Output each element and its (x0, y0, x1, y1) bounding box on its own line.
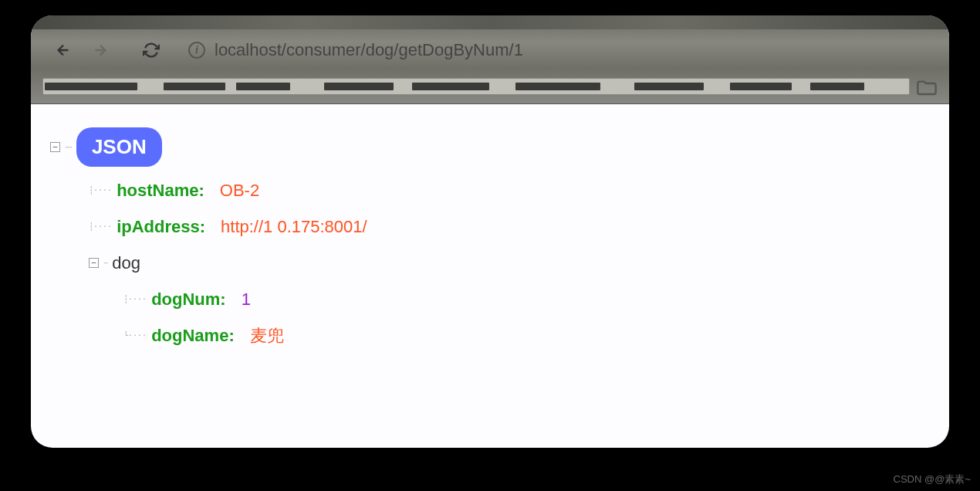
tree-connector: ··· (103, 257, 107, 269)
json-key: ipAddress (117, 214, 200, 239)
tree-connector: └···· (123, 330, 151, 341)
bookmark-row (31, 71, 949, 102)
json-value-number: 1 (242, 286, 251, 312)
bookmark-folder-icon[interactable] (916, 78, 938, 95)
json-key: hostName (117, 178, 198, 203)
bookmark-bar[interactable] (42, 78, 910, 95)
json-root-badge: JSON (76, 127, 162, 167)
json-property-hostname: ┆···· hostName : OB-2 (89, 178, 930, 203)
watermark: CSDN @@素素~ (894, 472, 971, 486)
reload-button[interactable] (142, 41, 161, 59)
tree-connector: ┆···· (123, 293, 151, 305)
json-colon: : (200, 214, 205, 239)
json-object-label: dog (112, 250, 140, 276)
forward-button[interactable] (91, 41, 110, 59)
json-colon: : (228, 323, 234, 348)
json-object-dog: − ··· dog (89, 250, 930, 276)
navigation-row: i localhost/consumer/dog/getDogByNum/1 (31, 29, 949, 71)
tree-connector: ┆···· (89, 221, 117, 232)
address-bar[interactable]: i localhost/consumer/dog/getDogByNum/1 (188, 40, 523, 60)
collapse-icon[interactable]: − (50, 142, 60, 152)
json-property-dognum: ┆···· dogNum : 1 (123, 286, 930, 312)
browser-window: i localhost/consumer/dog/getDogByNum/1 (31, 15, 949, 448)
browser-toolbar: i localhost/consumer/dog/getDogByNum/1 (31, 15, 949, 104)
json-colon: : (220, 286, 225, 312)
site-info-icon[interactable]: i (188, 42, 205, 59)
tree-connector: ····· (65, 141, 72, 153)
json-colon: : (198, 178, 204, 203)
json-value-string: http://1 0.175:8001/ (221, 214, 367, 239)
json-root-node: − ····· JSON (50, 127, 930, 167)
json-key: dogNum (151, 286, 220, 312)
page-content: − ····· JSON ┆···· hostName : OB-2 ┆····… (31, 104, 949, 382)
url-text: localhost/consumer/dog/getDogByNum/1 (215, 40, 523, 60)
collapse-icon[interactable]: − (89, 258, 99, 268)
tree-connector: ┆···· (89, 185, 117, 196)
tab-strip (31, 15, 949, 29)
json-property-ipaddress: ┆···· ipAddress : http://1 0.175:8001/ (89, 214, 930, 239)
json-property-dogname: └···· dogName : 麦兜 (123, 323, 930, 348)
back-button[interactable] (54, 41, 73, 59)
json-tree-viewer: − ····· JSON ┆···· hostName : OB-2 ┆····… (50, 127, 930, 348)
json-value-string: 麦兜 (250, 323, 284, 348)
json-key: dogName (151, 323, 228, 348)
json-value-string: OB-2 (220, 178, 259, 203)
